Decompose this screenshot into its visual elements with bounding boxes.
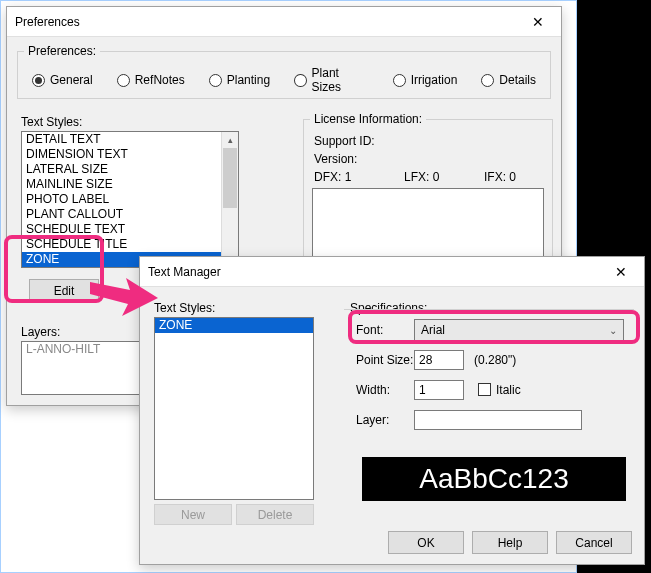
text-manager-dialog: Text Manager ✕ Text Styles: ZONE New Del… — [139, 256, 645, 565]
layer-label: Layer: — [356, 413, 389, 427]
ifx-label: IFX: 0 — [484, 170, 516, 184]
ok-button[interactable]: OK — [388, 531, 464, 554]
point-size-label: Point Size: — [356, 353, 413, 367]
font-combobox[interactable]: Arial ⌄ — [414, 319, 624, 341]
preferences-titlebar: Preferences ✕ — [7, 7, 561, 37]
tm-text-styles-listbox[interactable]: ZONE — [154, 317, 314, 500]
list-item[interactable]: SCHEDULE TITLE — [22, 237, 238, 252]
support-id-label: Support ID: — [314, 134, 375, 148]
layers-label: Layers: — [21, 325, 60, 339]
list-item[interactable]: DIMENSION TEXT — [22, 147, 238, 162]
scrollbar[interactable]: ▴ ▾ — [221, 132, 238, 267]
scroll-up-icon[interactable]: ▴ — [222, 132, 238, 148]
radio-planting[interactable]: Planting — [209, 73, 270, 87]
list-item-zone[interactable]: ZONE — [155, 318, 313, 333]
italic-label: Italic — [496, 383, 521, 397]
spec-group-label: Specifications: — [350, 301, 427, 315]
list-item[interactable]: PHOTO LABEL — [22, 192, 238, 207]
preferences-group: Preferences: General RefNotes Planting P… — [17, 51, 551, 99]
point-size-input[interactable]: 28 — [414, 350, 464, 370]
width-input[interactable]: 1 — [414, 380, 464, 400]
radio-irrigation[interactable]: Irrigation — [393, 73, 458, 87]
layer-input[interactable] — [414, 410, 582, 430]
close-icon[interactable]: ✕ — [515, 7, 561, 37]
version-label: Version: — [314, 152, 357, 166]
point-size-inches: (0.280") — [474, 353, 516, 367]
new-button[interactable]: New — [154, 504, 232, 525]
edit-button[interactable]: Edit — [29, 279, 99, 302]
list-item[interactable]: DETAIL TEXT — [22, 132, 238, 147]
list-item[interactable]: SCHEDULE TEXT — [22, 222, 238, 237]
radio-refnotes[interactable]: RefNotes — [117, 73, 185, 87]
preferences-title: Preferences — [15, 15, 80, 29]
radio-general[interactable]: General — [32, 73, 93, 87]
radio-plant-sizes[interactable]: Plant Sizes — [294, 66, 369, 94]
tm-text-styles-label: Text Styles: — [154, 301, 215, 315]
dfx-label: DFX: 1 — [314, 170, 351, 184]
text-styles-label: Text Styles: — [21, 115, 82, 129]
font-preview: AaBbCc123 — [362, 457, 626, 501]
font-label: Font: — [356, 323, 383, 337]
radio-details[interactable]: Details — [481, 73, 536, 87]
scroll-thumb[interactable] — [223, 148, 237, 208]
license-group: License Information: Support ID: Version… — [303, 119, 553, 279]
width-label: Width: — [356, 383, 390, 397]
list-item[interactable]: MAINLINE SIZE — [22, 177, 238, 192]
license-group-label: License Information: — [310, 112, 426, 126]
preferences-group-label: Preferences: — [24, 44, 100, 58]
close-icon[interactable]: ✕ — [598, 257, 644, 287]
text-manager-title: Text Manager — [148, 265, 221, 279]
text-styles-listbox[interactable]: DETAIL TEXT DIMENSION TEXT LATERAL SIZE … — [21, 131, 239, 268]
font-value: Arial — [421, 323, 445, 337]
list-item[interactable]: LATERAL SIZE — [22, 162, 238, 177]
delete-button[interactable]: Delete — [236, 504, 314, 525]
text-manager-titlebar: Text Manager ✕ — [140, 257, 644, 287]
lfx-label: LFX: 0 — [404, 170, 439, 184]
cancel-button[interactable]: Cancel — [556, 531, 632, 554]
italic-checkbox[interactable] — [478, 383, 491, 396]
chevron-down-icon: ⌄ — [609, 325, 617, 336]
list-item[interactable]: PLANT CALLOUT — [22, 207, 238, 222]
help-button[interactable]: Help — [472, 531, 548, 554]
